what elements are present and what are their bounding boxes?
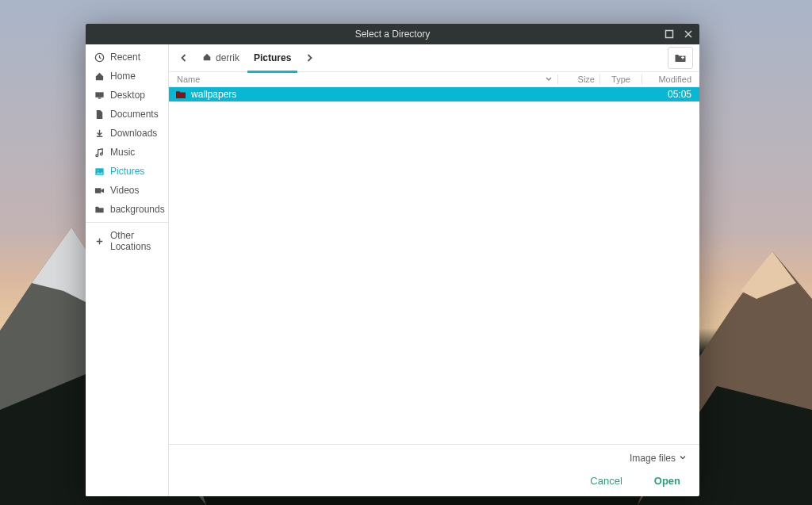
home-icon xyxy=(202,52,212,64)
path-toolbar: derrik Pictures xyxy=(169,44,699,72)
nav-forward-button[interactable] xyxy=(299,48,320,68)
sidebar-item-home[interactable]: Home xyxy=(86,67,168,86)
new-folder-button[interactable] xyxy=(668,47,693,69)
sidebar-separator xyxy=(86,222,168,223)
main-pane: derrik Pictures Name xyxy=(169,44,699,496)
window-title: Select a Directory xyxy=(355,29,431,40)
dialog-footer: Image files Cancel Open xyxy=(169,444,699,496)
music-icon xyxy=(94,147,105,158)
file-type-filter[interactable]: Image files xyxy=(628,450,688,467)
svg-rect-14 xyxy=(682,56,683,59)
breadcrumb-label: derrik xyxy=(216,52,239,63)
sidebar-item-label: Desktop xyxy=(110,90,145,101)
sidebar-item-label: Downloads xyxy=(110,128,157,139)
cancel-button[interactable]: Cancel xyxy=(585,472,626,490)
window-close-button[interactable] xyxy=(682,28,695,40)
breadcrumb-pictures[interactable]: Pictures xyxy=(247,46,297,73)
clock-icon xyxy=(94,52,105,63)
sidebar-item-documents[interactable]: Documents xyxy=(86,105,168,124)
file-chooser-dialog: Select a Directory Recent Home xyxy=(86,24,699,496)
video-icon xyxy=(94,185,105,196)
sidebar-item-desktop[interactable]: Desktop xyxy=(86,86,168,105)
titlebar: Select a Directory xyxy=(86,24,699,44)
file-name: wallpapers xyxy=(191,89,563,100)
breadcrumb-label: Pictures xyxy=(254,52,291,63)
sidebar-item-videos[interactable]: Videos xyxy=(86,181,168,200)
column-header-type[interactable]: Type xyxy=(605,75,637,84)
sidebar-item-recent[interactable]: Recent xyxy=(86,48,168,67)
svg-rect-6 xyxy=(666,31,673,38)
breadcrumb-home[interactable]: derrik xyxy=(196,47,246,69)
svg-point-11 xyxy=(97,170,98,171)
file-list[interactable]: wallpapers 05:05 xyxy=(169,87,699,444)
sidebar-item-pictures[interactable]: Pictures xyxy=(86,162,168,181)
sidebar-item-other-locations[interactable]: Other Locations xyxy=(86,226,168,256)
sidebar-item-label: Music xyxy=(110,147,135,158)
sidebar-item-label: Videos xyxy=(110,185,139,196)
sidebar-item-label: Recent xyxy=(110,52,140,63)
filter-label: Image files xyxy=(630,453,676,464)
svg-rect-9 xyxy=(98,98,101,98)
column-header-size[interactable]: Size xyxy=(563,75,595,84)
folder-icon xyxy=(94,204,105,215)
sidebar-item-label: Home xyxy=(110,71,136,82)
desktop-wallpaper: Select a Directory Recent Home xyxy=(0,0,812,505)
column-header-name[interactable]: Name xyxy=(177,75,545,84)
sidebar-item-backgrounds[interactable]: backgrounds xyxy=(86,200,168,219)
download-icon xyxy=(94,128,105,139)
sort-indicator-icon xyxy=(545,75,553,84)
sidebar-item-label: Pictures xyxy=(110,166,144,177)
folder-icon xyxy=(175,90,186,99)
desktop-icon xyxy=(94,90,105,101)
chevron-down-icon xyxy=(679,453,687,464)
file-row[interactable]: wallpapers 05:05 xyxy=(169,87,699,101)
sidebar-item-downloads[interactable]: Downloads xyxy=(86,124,168,143)
column-header-modified[interactable]: Modified xyxy=(647,75,695,84)
home-icon xyxy=(94,71,105,82)
svg-rect-12 xyxy=(94,188,100,193)
sidebar-item-label: Documents xyxy=(110,109,159,120)
svg-rect-8 xyxy=(95,92,103,98)
sidebar-item-music[interactable]: Music xyxy=(86,143,168,162)
plus-icon xyxy=(94,235,105,247)
file-icon xyxy=(94,109,105,120)
window-maximize-button[interactable] xyxy=(663,28,676,40)
column-headers: Name Size Type Modified xyxy=(169,72,699,87)
open-button[interactable]: Open xyxy=(649,472,685,490)
sidebar-item-label: Other Locations xyxy=(110,230,162,252)
places-sidebar: Recent Home Desktop Documents Downloads xyxy=(86,44,169,496)
nav-back-button[interactable] xyxy=(174,48,194,68)
picture-icon xyxy=(94,166,105,177)
sidebar-item-label: backgrounds xyxy=(110,204,165,215)
file-modified: 05:05 xyxy=(647,89,695,100)
